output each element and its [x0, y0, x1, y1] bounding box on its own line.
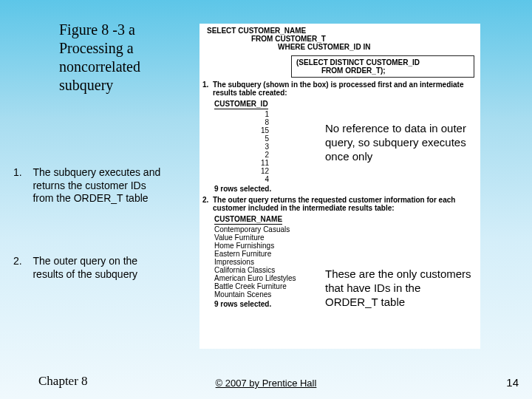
- explanation-step-2: 2. The outer query on the results of the…: [13, 255, 176, 281]
- list-item: 11: [214, 159, 269, 167]
- column-header-customer-name: CUSTOMER_NAME: [214, 215, 282, 225]
- list-item: 5: [214, 134, 269, 143]
- rows-selected-1: 9 rows selected.: [214, 185, 477, 193]
- fig-step-num: 2.: [202, 196, 213, 212]
- sql-line: SELECT CUSTOMER_NAME: [207, 27, 473, 35]
- inner-subquery-box: (SELECT DISTINCT CUSTOMER_ID FROM ORDER_…: [291, 55, 474, 78]
- sql-line: FROM ORDER_T);: [296, 66, 469, 75]
- explanation-step-1: 1. The subquery executes and returns the…: [13, 166, 176, 205]
- callout-result: These are the only customers that have I…: [325, 267, 473, 309]
- step-text: The subquery executes and returns the cu…: [33, 166, 166, 205]
- list-item: Home Furnishings: [214, 242, 477, 250]
- step-number: 2.: [13, 255, 30, 267]
- fig-step-text: The outer query returns the requested cu…: [213, 196, 477, 212]
- copyright-text: © 2007 by Prentice Hall: [0, 378, 532, 389]
- list-item: 3: [214, 143, 269, 151]
- list-item: 8: [214, 118, 269, 126]
- fig-step-text: The subquery (shown in the box) is proce…: [213, 81, 477, 97]
- column-header-customer-id: CUSTOMER_ID: [214, 100, 268, 109]
- step-number: 1.: [13, 166, 30, 178]
- list-item: 4: [214, 175, 269, 183]
- list-item: 1: [214, 110, 269, 118]
- figure-step-1: 1. The subquery (shown in the box) is pr…: [202, 81, 477, 97]
- outer-query: SELECT CUSTOMER_NAME FROM CUSTOMER_T WHE…: [202, 25, 477, 52]
- figure-title: Figure 8 -3 a Processing a noncorrelated…: [59, 21, 185, 95]
- page-number: 14: [506, 376, 519, 389]
- callout-noncorrelated: No reference to data in outer query, so …: [325, 122, 473, 163]
- list-item: Eastern Furniture: [214, 250, 477, 258]
- list-item: 12: [214, 167, 269, 175]
- step-text: The outer query on the results of the su…: [33, 255, 166, 281]
- list-item: Contemporary Casuals: [214, 225, 477, 233]
- sql-line: WHERE CUSTOMER_ID IN: [207, 43, 473, 51]
- sql-line: (SELECT DISTINCT CUSTOMER_ID: [296, 58, 469, 66]
- list-item: Value Furniture: [214, 233, 477, 242]
- list-item: 15: [214, 126, 269, 134]
- list-item: 2: [214, 151, 269, 159]
- fig-step-num: 1.: [202, 81, 213, 97]
- list-item: Impressions: [214, 258, 477, 266]
- figure-step-2: 2. The outer query returns the requested…: [202, 196, 477, 212]
- sql-line: FROM CUSTOMER_T: [207, 35, 473, 43]
